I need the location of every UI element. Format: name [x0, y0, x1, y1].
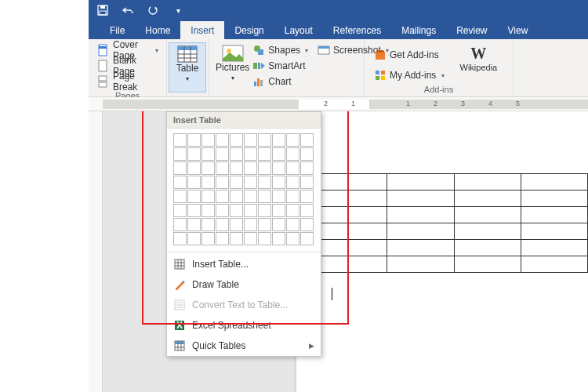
smartart-label: SmartArt	[268, 60, 305, 71]
svg-rect-1	[100, 5, 105, 9]
svg-rect-28	[381, 71, 385, 74]
svg-rect-26	[376, 53, 385, 60]
shapes-label: Shapes	[268, 45, 300, 56]
blank-page-icon	[96, 60, 109, 72]
quick-tables-icon	[173, 339, 186, 352]
ruler-tick: 4	[488, 100, 492, 107]
page-break-icon	[96, 75, 109, 88]
svg-rect-44	[175, 341, 184, 344]
ruler-tick: 2	[324, 100, 328, 107]
svg-rect-18	[258, 49, 263, 55]
tab-layout[interactable]: Layout	[274, 21, 323, 39]
pictures-icon	[222, 44, 244, 63]
svg-rect-29	[376, 76, 379, 80]
svg-rect-21	[254, 82, 256, 86]
tab-insert[interactable]: Insert	[180, 21, 224, 39]
svg-rect-19	[253, 63, 257, 69]
tab-file[interactable]: File	[100, 21, 135, 39]
tab-mailings[interactable]: Mailings	[391, 21, 446, 39]
shapes-icon	[252, 44, 265, 56]
word-window: ▾ File Home Insert Design Layout Referen…	[89, 0, 588, 392]
page-break-button[interactable]: Page Break	[95, 74, 160, 89]
svg-rect-7	[99, 76, 107, 81]
tab-design[interactable]: Design	[224, 21, 274, 39]
shapes-button[interactable]: Shapes▾	[249, 42, 311, 58]
ruler-vertical[interactable]	[89, 111, 103, 392]
table-dropdown-button[interactable]: Table▾	[169, 42, 206, 93]
table-row	[321, 256, 588, 273]
my-addins-button[interactable]: My Add-ins▾	[371, 67, 448, 83]
store-icon	[374, 49, 387, 61]
ribbon-tabs: File Home Insert Design Layout Reference…	[89, 20, 588, 39]
quick-tables-label: Quick Tables	[192, 340, 245, 351]
tab-view[interactable]: View	[498, 21, 539, 39]
wikipedia-icon: W	[467, 44, 489, 63]
svg-rect-5	[99, 46, 107, 49]
svg-rect-22	[257, 78, 260, 86]
tab-home[interactable]: Home	[135, 21, 180, 39]
table-icon	[176, 45, 198, 64]
svg-rect-30	[381, 76, 385, 80]
table-button-label: Table	[176, 63, 199, 74]
group-illustrations: Pictures▾ Shapes▾ SmartArt Chart Screens…	[209, 39, 365, 96]
annotation-callout	[142, 111, 349, 325]
smartart-icon	[252, 60, 265, 72]
chart-icon	[252, 75, 265, 88]
save-icon[interactable]	[96, 4, 109, 16]
cover-page-icon	[96, 44, 109, 56]
wikipedia-label: Wikipedia	[460, 63, 498, 72]
ruler-tick: 1	[406, 100, 410, 107]
undo-icon[interactable]	[122, 4, 134, 16]
pictures-button[interactable]: Pictures▾	[216, 42, 249, 93]
ruler-tick: 1	[351, 100, 355, 107]
ruler-tick: 2	[434, 100, 437, 107]
table-row	[321, 223, 588, 240]
svg-rect-20	[258, 63, 260, 69]
chart-button[interactable]: Chart	[249, 74, 311, 89]
tab-review[interactable]: Review	[446, 21, 497, 39]
svg-rect-27	[376, 71, 379, 74]
quick-tables-item[interactable]: Quick Tables▶	[167, 336, 321, 356]
svg-point-16	[227, 49, 231, 53]
document-table[interactable]	[320, 173, 588, 273]
ruler-tick: 5	[516, 100, 520, 107]
wikipedia-button[interactable]: W Wikipedia	[456, 42, 501, 83]
svg-rect-6	[99, 60, 107, 71]
group-pages: Cover Page▾ Blank Page Page Break Pages	[89, 39, 167, 96]
qat-customize-icon[interactable]: ▾	[172, 4, 184, 16]
ruler-tick: 3	[461, 100, 465, 107]
addins-icon	[374, 69, 387, 82]
get-addins-button[interactable]: Get Add-ins	[371, 47, 448, 63]
svg-rect-10	[178, 46, 197, 50]
chart-label: Chart	[268, 76, 291, 87]
document-area: Insert Table Insert Table... Draw Table …	[89, 111, 588, 392]
group-tables: Table▾	[167, 39, 209, 96]
svg-rect-23	[260, 80, 263, 86]
smartart-button[interactable]: SmartArt	[249, 58, 311, 74]
ribbon: Cover Page▾ Blank Page Page Break Pages …	[89, 39, 588, 97]
tab-references[interactable]: References	[323, 21, 391, 39]
get-addins-label: Get Add-ins	[390, 49, 439, 60]
quick-access-toolbar: ▾	[89, 0, 588, 20]
table-row	[321, 207, 588, 223]
svg-rect-25	[318, 46, 329, 49]
svg-rect-2	[100, 11, 106, 15]
table-row	[321, 191, 588, 207]
table-row	[321, 240, 588, 256]
group-addins-label: Add-ins	[371, 83, 506, 96]
table-row	[321, 174, 588, 191]
svg-rect-8	[99, 82, 107, 87]
ruler-horizontal[interactable]: 2 1 1 2 3 4 5	[89, 97, 588, 111]
pictures-label: Pictures	[216, 62, 249, 73]
group-addins: Get Add-ins My Add-ins▾ W Wikipedia Add-…	[365, 39, 514, 96]
submenu-arrow-icon: ▶	[309, 342, 314, 350]
screenshot-icon	[318, 44, 330, 56]
my-addins-label: My Add-ins	[390, 70, 436, 81]
redo-icon[interactable]	[147, 4, 159, 16]
